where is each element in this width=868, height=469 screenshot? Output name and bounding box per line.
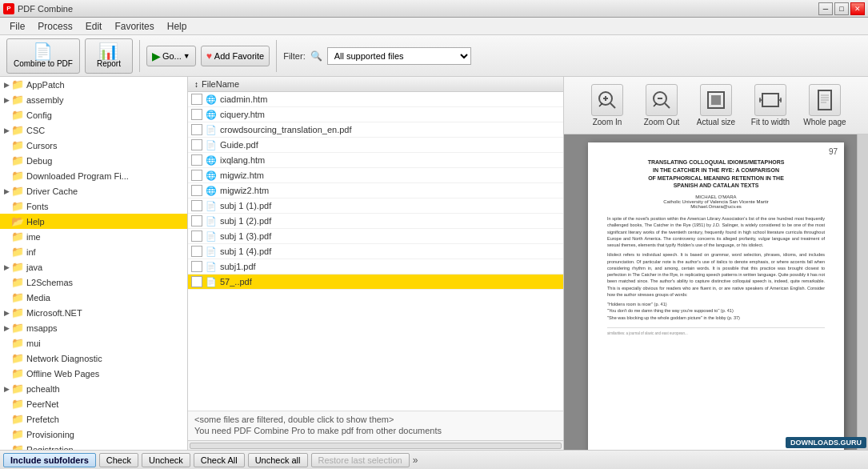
info-bar: <some files are filtered, double click t… [188, 411, 563, 440]
uncheck-all-button[interactable]: Uncheck all [248, 453, 308, 467]
tree-item-ime[interactable]: 📁 ime [0, 229, 187, 244]
preview-area: 97 TRANSLATING COLLOQUIAL IDIOMS/METAPHO… [564, 134, 868, 450]
file-checkbox[interactable] [191, 94, 202, 105]
pdf-file-icon: 📄 [206, 201, 217, 211]
tree-item-pchealth[interactable]: ▶ 📁 pchealth [0, 381, 187, 396]
tree-item-label: Media [26, 293, 50, 303]
tree-item-help[interactable]: 📂 Help [0, 214, 187, 229]
list-item[interactable]: 📄 subj 1 (3).pdf [188, 229, 563, 244]
file-name: subj 1 (1).pdf [220, 201, 271, 210]
minimize-button[interactable]: ─ [818, 2, 833, 15]
whole-page-button[interactable]: Whole page [801, 84, 849, 126]
report-button[interactable]: 📊 Report [85, 38, 133, 74]
tree-item-java[interactable]: ▶ 📁 java [0, 259, 187, 275]
tree-item-label: Offline Web Pages [26, 369, 99, 379]
tree-item-peernet[interactable]: 📁 PeerNet [0, 396, 187, 411]
tree-item-mui[interactable]: 📁 mui [0, 335, 187, 351]
folder-icon: 📁 [11, 398, 24, 410]
app-icon: P [3, 3, 14, 14]
uncheck-button[interactable]: Uncheck [142, 453, 190, 467]
tree-item-label: Debug [26, 156, 52, 166]
folder-icon: 📁 [11, 428, 24, 440]
tree-item-msapps[interactable]: ▶ 📁 msapps [0, 320, 187, 335]
title-bar: P PDF Combine ─ □ ✕ [0, 0, 868, 18]
tree-item-csc[interactable]: ▶ 📁 CSC [0, 122, 187, 138]
filter-select[interactable]: All supported files [327, 47, 471, 65]
file-checkbox[interactable] [191, 170, 202, 181]
tree-item-offline-web[interactable]: 📁 Offline Web Pages [0, 366, 187, 381]
menu-process[interactable]: Process [31, 19, 78, 34]
maximize-button[interactable]: □ [834, 2, 849, 15]
file-checkbox[interactable] [191, 124, 202, 135]
list-item[interactable]: 🌐 ciquery.htm [188, 107, 563, 122]
list-item[interactable]: 📄 subj1.pdf [188, 259, 563, 275]
file-checkbox[interactable] [191, 276, 202, 287]
file-checkbox[interactable] [191, 230, 202, 242]
file-checkbox[interactable] [191, 200, 202, 211]
tree-item-debug[interactable]: 📁 Debug [0, 153, 187, 168]
file-checkbox[interactable] [191, 246, 202, 257]
bottom-toolbar: Include subfolders Check Uncheck Check A… [0, 450, 868, 469]
document-body: In spite of the novel's position within … [607, 215, 825, 321]
file-checkbox[interactable] [191, 215, 202, 226]
tree-item-media[interactable]: 📁 Media [0, 290, 187, 305]
fit-width-icon [754, 84, 786, 116]
list-item[interactable]: 🌐 ciadmin.htm [188, 92, 563, 107]
tree-item-apppatch[interactable]: ▶ 📁 AppPatch [0, 77, 187, 92]
list-item[interactable]: 📄 subj 1 (4).pdf [188, 244, 563, 259]
folder-icon: 📁 [11, 200, 24, 212]
close-button[interactable]: ✕ [850, 2, 865, 15]
fit-to-width-button[interactable]: Fit to width [746, 84, 794, 126]
scroll-track[interactable] [190, 443, 562, 449]
tree-item-l2schemas[interactable]: 📁 L2Schemas [0, 275, 187, 290]
combine-to-pdf-button[interactable]: 📄 Combine to PDF [6, 38, 80, 74]
zoom-in-button[interactable]: Zoom In [583, 84, 631, 126]
tree-item-inf[interactable]: 📁 inf [0, 244, 187, 259]
list-item[interactable]: 📄 subj 1 (2).pdf [188, 214, 563, 229]
zoom-out-button[interactable]: Zoom Out [638, 84, 686, 126]
menu-edit[interactable]: Edit [79, 19, 109, 34]
tree-item-cursors[interactable]: 📁 Cursors [0, 138, 187, 153]
tree-item-downloaded-program[interactable]: 📁 Downloaded Program Fi... [0, 168, 187, 183]
tree-item-config[interactable]: 📁 Config [0, 107, 187, 122]
menu-help[interactable]: Help [161, 19, 194, 34]
list-item[interactable]: 📄 subj 1 (1).pdf [188, 198, 563, 214]
list-item[interactable]: 📄 57_..pdf [188, 275, 563, 290]
horizontal-scrollbar[interactable] [188, 440, 563, 450]
tree-item-provisioning[interactable]: 📁 Provisioning [0, 427, 187, 442]
expand-icon: ▶ [2, 126, 11, 134]
file-checkbox[interactable] [191, 261, 202, 272]
menu-favorites[interactable]: Favorites [108, 19, 160, 34]
tree-item-label: Fonts [26, 202, 49, 211]
file-checkbox[interactable] [191, 109, 202, 120]
file-checkbox[interactable] [191, 154, 202, 166]
tree-item-network-diagnostic[interactable]: 📁 Network Diagnostic [0, 351, 187, 366]
report-icon: 📊 [98, 43, 118, 59]
tree-item-assembly[interactable]: ▶ 📁 assembly [0, 92, 187, 107]
actual-size-button[interactable]: Actual size [692, 84, 740, 126]
menu-file[interactable]: File [3, 19, 31, 34]
restore-last-selection-button[interactable]: Restore last selection [311, 453, 410, 467]
folder-icon: 📁 [11, 322, 24, 334]
list-item[interactable]: 🌐 migwiz2.htm [188, 183, 563, 198]
list-item[interactable]: 📄 crowdsourcing_translation_en.pdf [188, 122, 563, 138]
list-item[interactable]: 🌐 migwiz.htm [188, 168, 563, 183]
tree-item-registration[interactable]: 📁 Registration [0, 442, 187, 450]
list-item[interactable]: 🌐 ixqlang.htm [188, 153, 563, 168]
preview-scrollbar[interactable] [857, 134, 868, 450]
check-all-button[interactable]: Check All [194, 453, 245, 467]
tree-item-prefetch[interactable]: 📁 Prefetch [0, 411, 187, 427]
pdf-file-icon: 📄 [206, 125, 217, 135]
tree-item-fonts[interactable]: 📁 Fonts [0, 198, 187, 214]
tree-item-microsoft-net[interactable]: ▶ 📁 Microsoft.NET [0, 305, 187, 320]
go-button[interactable]: ▶ Go... ▼ [146, 46, 196, 66]
list-item[interactable]: 📄 Guide.pdf [188, 138, 563, 153]
tree-item-driver-cache[interactable]: ▶ 📁 Driver Cache [0, 183, 187, 198]
folder-icon: 📁 [11, 337, 24, 349]
include-subfolders-button[interactable]: Include subfolders [3, 453, 96, 467]
file-checkbox[interactable] [191, 185, 202, 196]
folder-icon: 📁 [11, 413, 24, 425]
file-checkbox[interactable] [191, 139, 202, 150]
check-button[interactable]: Check [99, 453, 138, 467]
add-favorite-button[interactable]: ♥ Add Favorite [201, 46, 270, 66]
